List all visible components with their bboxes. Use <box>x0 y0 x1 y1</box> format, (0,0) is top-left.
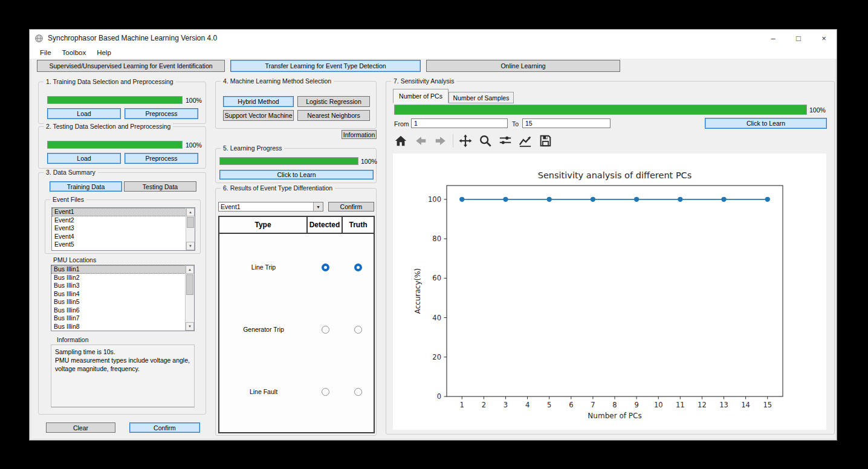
event-files-group: Event Files Event1 Event2 Event3 Event4 … <box>45 199 201 254</box>
svg-text:9: 9 <box>634 401 638 409</box>
truth-radio[interactable] <box>354 326 362 334</box>
list-item[interactable]: Event4 <box>52 233 195 241</box>
toolbar-separator <box>453 134 453 147</box>
scrollbar-thumb[interactable] <box>187 217 194 228</box>
svg-text:14: 14 <box>741 401 750 409</box>
testing-preprocess-button[interactable]: Preprocess <box>125 153 198 164</box>
training-progress-bar <box>47 96 183 104</box>
tab-transfer-learning[interactable]: Transfer Learning for Event Type Detecti… <box>230 60 421 72</box>
list-item[interactable]: Bus Illin1 <box>51 265 194 274</box>
table-row: Generator Trip <box>219 296 374 363</box>
tab-number-of-samples[interactable]: Number of Samples <box>449 92 514 103</box>
svg-text:Number of PCs: Number of PCs <box>588 412 641 420</box>
section-sensitivity-analysis: 7. Sensitivity Analysis Number of PCs Nu… <box>386 81 835 435</box>
menu-file[interactable]: File <box>34 48 57 57</box>
section-testing-data: 2. Testing Data Selection and Preprocess… <box>38 126 206 169</box>
pan-icon[interactable] <box>458 133 473 149</box>
app-icon <box>34 34 44 43</box>
testing-data-tab-button[interactable]: Testing Data <box>124 181 196 192</box>
section-ml-method: 4. Machine Learning Method Selection Hyb… <box>215 81 377 129</box>
click-to-learn-button[interactable]: Click to Learn <box>219 170 374 180</box>
table-row: Line Trip <box>219 234 374 300</box>
testing-progress-bar <box>47 141 183 149</box>
scroll-down-icon[interactable]: ▼ <box>186 322 194 331</box>
detected-radio[interactable] <box>322 326 329 334</box>
svg-text:0: 0 <box>437 392 441 401</box>
sensitivity-learn-button[interactable]: Click to Learn <box>705 118 827 129</box>
svg-text:15: 15 <box>763 401 772 409</box>
minimize-button[interactable]: – <box>760 30 786 47</box>
list-item[interactable]: Event2 <box>52 216 195 225</box>
method-svm-button[interactable]: Support Vector Machine <box>223 110 294 121</box>
detected-radio[interactable] <box>322 388 329 396</box>
svg-text:80: 80 <box>432 234 441 243</box>
method-nearest-neighbors-button[interactable]: Nearest Neighbors <box>297 110 370 121</box>
window-title: Synchrophasor Based Machine Learning Ver… <box>48 34 217 42</box>
configure-subplots-icon[interactable] <box>497 133 513 149</box>
pmu-scrollbar[interactable]: ▲ ▼ <box>185 265 194 331</box>
tab-online-learning[interactable]: Online Learning <box>426 60 620 72</box>
section5-title: 5. Learning Progress <box>221 144 284 152</box>
svg-text:Accuracy(%): Accuracy(%) <box>413 268 422 314</box>
event-files-listbox[interactable]: Event1 Event2 Event3 Event4 Event5 ▲ ▼ <box>51 207 195 251</box>
svg-text:60: 60 <box>432 274 441 282</box>
close-button[interactable]: × <box>811 30 837 47</box>
zoom-icon[interactable] <box>478 133 493 149</box>
list-item[interactable]: Event5 <box>52 241 195 249</box>
confirm-results-button[interactable]: Confirm <box>328 202 374 212</box>
list-item[interactable]: Bus Illin5 <box>51 298 194 306</box>
confirm-button-data-summary[interactable]: Confirm <box>129 422 200 433</box>
sensitivity-chart: 123456789101112131415020406080100Sensiti… <box>393 154 826 430</box>
svg-text:5: 5 <box>547 401 551 409</box>
list-item[interactable]: Event3 <box>52 224 195 233</box>
event-dropdown[interactable]: Event1 ▼ <box>218 202 323 212</box>
chevron-down-icon[interactable]: ▼ <box>313 202 323 211</box>
tab-number-of-pcs[interactable]: Number of PCs <box>393 89 449 103</box>
from-input[interactable] <box>411 118 508 128</box>
method-information-button[interactable]: Information <box>342 130 377 139</box>
training-preprocess-button[interactable]: Preprocess <box>125 108 198 119</box>
list-item[interactable]: Bus Illin2 <box>51 274 194 282</box>
event-files-scrollbar[interactable]: ▲ ▼ <box>186 208 195 250</box>
training-load-button[interactable]: Load <box>47 108 121 119</box>
list-item[interactable]: Event1 <box>52 208 195 216</box>
detected-radio[interactable] <box>322 264 329 271</box>
truth-radio[interactable] <box>354 264 362 271</box>
list-item[interactable]: Bus Illin3 <box>51 282 194 290</box>
scroll-down-icon[interactable]: ▼ <box>186 242 195 250</box>
to-input[interactable] <box>522 118 611 128</box>
maximize-button[interactable]: □ <box>786 30 811 47</box>
pmu-locations-listbox[interactable]: Bus Illin1 Bus Illin2 Bus Illin3 Bus Ill… <box>51 265 195 331</box>
home-icon[interactable] <box>393 133 409 149</box>
list-item[interactable]: Bus Illin7 <box>51 314 194 323</box>
menu-help[interactable]: Help <box>91 48 117 57</box>
results-table: Type Detected Truth Line Trip Generator … <box>218 216 375 433</box>
back-icon[interactable] <box>413 133 429 149</box>
training-data-tab-button[interactable]: Training Data <box>50 181 122 192</box>
svg-text:Sensitivity analysis of differ: Sensitivity analysis of different PCs <box>538 170 692 180</box>
testing-load-button[interactable]: Load <box>47 153 121 164</box>
section-data-summary: 3. Data Summary Training Data Testing Da… <box>38 172 206 415</box>
scroll-up-icon[interactable]: ▲ <box>186 208 195 216</box>
truth-radio[interactable] <box>354 388 362 396</box>
tab-supervised-unsupervised[interactable]: Supervised/Unsupervised Learning for Eve… <box>37 60 225 72</box>
section-training-data: 1. Training Data Selection and Preproces… <box>38 82 206 124</box>
scrollbar-thumb[interactable] <box>186 274 193 295</box>
edit-axes-icon[interactable] <box>517 133 533 149</box>
list-item[interactable]: Bus Illin6 <box>51 306 194 315</box>
list-item[interactable]: Bus Illin4 <box>51 290 194 299</box>
scroll-up-icon[interactable]: ▲ <box>186 265 194 274</box>
method-hybrid-button[interactable]: Hybrid Method <box>223 96 294 107</box>
event-type-label: Line Fault <box>219 388 308 395</box>
svg-text:13: 13 <box>719 401 728 409</box>
list-item[interactable]: Bus Illin8 <box>51 323 194 331</box>
svg-text:11: 11 <box>676 401 685 409</box>
method-logistic-regression-button[interactable]: Logistic Regression <box>297 96 370 107</box>
section6-title: 6. Results of Event Type Differentiation <box>221 184 335 192</box>
pmu-locations-label: PMU Locations <box>53 256 96 264</box>
clear-button[interactable]: Clear <box>46 422 115 433</box>
save-icon[interactable] <box>537 133 553 149</box>
column-header-detected: Detected <box>308 217 343 233</box>
menu-toolbox[interactable]: Toolbox <box>57 48 92 57</box>
forward-icon[interactable] <box>433 133 449 149</box>
